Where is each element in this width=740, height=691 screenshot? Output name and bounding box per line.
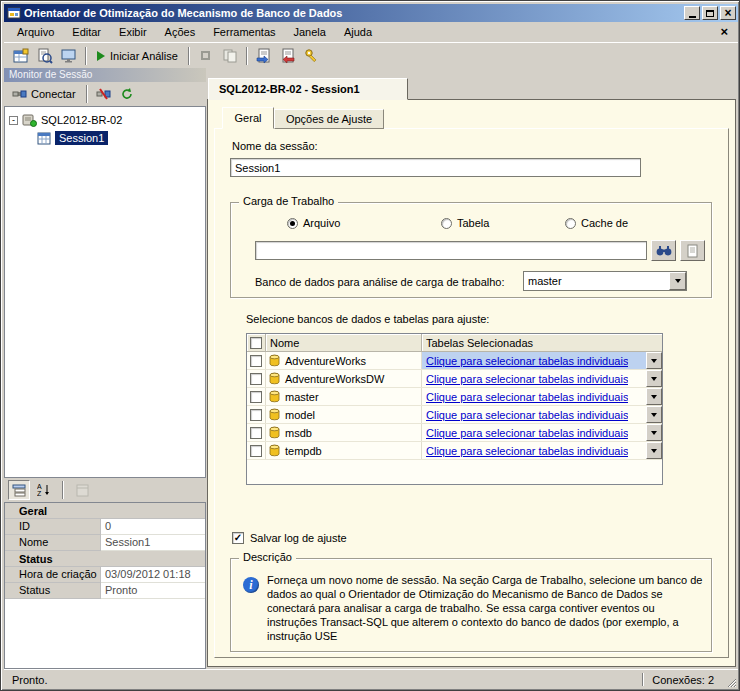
combobox-dropdown-button[interactable] bbox=[669, 272, 686, 290]
row-dropdown-button[interactable] bbox=[646, 370, 662, 387]
tab-opcoes-de-ajuste[interactable]: Opções de Ajuste bbox=[274, 109, 384, 129]
clone-session-button[interactable] bbox=[218, 45, 242, 67]
workload-file-input[interactable] bbox=[255, 241, 647, 260]
document-close-icon[interactable]: × bbox=[720, 24, 728, 39]
resize-grip[interactable] bbox=[724, 675, 737, 688]
collapse-icon[interactable]: - bbox=[9, 116, 18, 125]
column-nome[interactable]: Nome bbox=[266, 334, 422, 352]
select-tables-link[interactable]: Clique para selecionar tabelas individua… bbox=[426, 355, 628, 367]
table-row[interactable]: AdventureWorksDW Clique para selecionar … bbox=[247, 370, 662, 388]
row-checkbox[interactable] bbox=[250, 445, 262, 457]
table-header: Nome Tabelas Selecionadas bbox=[247, 334, 662, 352]
radio-cache[interactable]: Cache de bbox=[565, 217, 628, 229]
browse-file-button[interactable] bbox=[651, 240, 676, 261]
title-bar: Orientador de Otimização do Mecanismo de… bbox=[4, 4, 738, 22]
disconnect-button[interactable] bbox=[93, 84, 115, 104]
connect-button[interactable]: Conectar bbox=[7, 85, 81, 103]
menu-editar[interactable]: Editar bbox=[63, 24, 110, 40]
database-name: tempdb bbox=[285, 445, 322, 457]
column-tabelas-selecionadas[interactable]: Tabelas Selecionadas bbox=[422, 334, 662, 352]
monitor-button[interactable] bbox=[57, 45, 81, 67]
maximize-button[interactable] bbox=[702, 6, 718, 20]
select-tables-link[interactable]: Clique para selecionar tabelas individua… bbox=[426, 409, 628, 421]
session-monitor-panel: Monitor de Sessão Conectar - SQL2012-BR-… bbox=[4, 68, 206, 669]
select-tables-link[interactable]: Clique para selecionar tabelas individua… bbox=[426, 445, 628, 457]
close-button[interactable]: × bbox=[720, 6, 736, 20]
row-checkbox[interactable] bbox=[250, 355, 262, 367]
close-icon: × bbox=[724, 8, 731, 18]
database-analysis-label: Banco de dados para análise de carga de … bbox=[255, 276, 505, 288]
row-checkbox[interactable] bbox=[250, 391, 262, 403]
tree-item-server[interactable]: - SQL2012-BR-02 bbox=[5, 111, 205, 129]
database-combobox[interactable]: master bbox=[523, 271, 687, 291]
alphabetical-sort-button[interactable]: AZ bbox=[33, 480, 55, 500]
property-category[interactable]: Status bbox=[5, 551, 205, 567]
radio-icon bbox=[565, 218, 576, 229]
view-file-button[interactable] bbox=[680, 240, 705, 261]
row-dropdown-button[interactable] bbox=[646, 424, 662, 441]
select-all-checkbox[interactable] bbox=[250, 337, 262, 349]
row-dropdown-button[interactable] bbox=[646, 442, 662, 459]
property-row[interactable]: Hora de criação 03/09/2012 01:18 bbox=[5, 567, 205, 583]
menu-acoes[interactable]: Ações bbox=[156, 24, 205, 40]
tuning-options-button[interactable] bbox=[300, 45, 324, 67]
menu-ferramentas[interactable]: Ferramentas bbox=[204, 24, 284, 40]
start-analysis-button[interactable]: Iniciar Análise bbox=[91, 45, 184, 67]
refresh-button[interactable] bbox=[116, 84, 138, 104]
property-label: Hora de criação bbox=[5, 567, 101, 583]
status-bar: Pronto. Conexões: 2 bbox=[4, 669, 738, 689]
connect-icon bbox=[12, 87, 27, 101]
select-tables-link[interactable]: Clique para selecionar tabelas individua… bbox=[426, 391, 628, 403]
property-label: Nome bbox=[5, 535, 101, 551]
property-row[interactable]: ID 0 bbox=[5, 519, 205, 535]
app-icon bbox=[7, 6, 21, 20]
radio-arquivo[interactable]: Arquivo bbox=[287, 217, 340, 229]
header-checkbox-cell[interactable] bbox=[247, 334, 266, 352]
stop-analysis-button[interactable] bbox=[194, 45, 218, 67]
export-results-button[interactable] bbox=[276, 45, 300, 67]
select-tables-link[interactable]: Clique para selecionar tabelas individua… bbox=[426, 427, 628, 439]
database-icon bbox=[268, 390, 281, 403]
property-row[interactable]: Status Pronto bbox=[5, 583, 205, 599]
select-tables-cell: Clique para selecionar tabelas individua… bbox=[422, 370, 662, 387]
property-label: ID bbox=[5, 519, 101, 535]
row-checkbox[interactable] bbox=[250, 373, 262, 385]
table-row[interactable]: model Clique para selecionar tabelas ind… bbox=[247, 406, 662, 424]
tree-item-session[interactable]: Session1 bbox=[5, 129, 205, 147]
database-combobox-value: master bbox=[524, 275, 669, 287]
row-checkbox[interactable] bbox=[250, 427, 262, 439]
save-log-checkbox-row[interactable]: ✓ Salvar log de ajuste bbox=[232, 532, 347, 544]
row-dropdown-button[interactable] bbox=[646, 406, 662, 423]
session-name-input[interactable] bbox=[230, 158, 641, 177]
menu-arquivo[interactable]: Arquivo bbox=[8, 24, 63, 40]
select-tables-link[interactable]: Clique para selecionar tabelas individua… bbox=[426, 373, 628, 385]
toolbar-separator bbox=[85, 47, 87, 65]
session-document-tab[interactable]: SQL2012-BR-02 - Session1 bbox=[208, 78, 408, 100]
import-options-button[interactable] bbox=[252, 45, 276, 67]
workload-group-title: Carga de Trabalho bbox=[239, 195, 338, 207]
new-session-button[interactable] bbox=[9, 45, 33, 67]
open-workload-button[interactable] bbox=[33, 45, 57, 67]
table-row[interactable]: AdventureWorks Clique para selecionar ta… bbox=[247, 352, 662, 370]
property-pages-button[interactable] bbox=[71, 480, 93, 500]
row-dropdown-button[interactable] bbox=[646, 388, 662, 405]
table-row[interactable]: msdb Clique para selecionar tabelas indi… bbox=[247, 424, 662, 442]
tab-geral[interactable]: Geral bbox=[222, 107, 274, 129]
menu-ajuda[interactable]: Ajuda bbox=[335, 24, 381, 40]
row-checkbox[interactable] bbox=[250, 409, 262, 421]
row-dropdown-button[interactable] bbox=[646, 352, 662, 369]
minimize-button[interactable] bbox=[684, 6, 700, 20]
menu-janela[interactable]: Janela bbox=[285, 24, 335, 40]
table-row[interactable]: master Clique para selecionar tabelas in… bbox=[247, 388, 662, 406]
save-log-checkbox[interactable]: ✓ bbox=[232, 532, 244, 544]
radio-tabela[interactable]: Tabela bbox=[441, 217, 489, 229]
menu-exibir[interactable]: Exibir bbox=[110, 24, 156, 40]
svg-text:A: A bbox=[37, 483, 42, 490]
save-log-label: Salvar log de ajuste bbox=[250, 532, 347, 544]
categorized-view-button[interactable] bbox=[8, 480, 30, 500]
property-row[interactable]: Nome Session1 bbox=[5, 535, 205, 551]
table-row[interactable]: tempdb Clique para selecionar tabelas in… bbox=[247, 442, 662, 460]
description-group: Descrição i Forneça um novo nome de sess… bbox=[230, 558, 712, 652]
property-category[interactable]: Geral bbox=[5, 503, 205, 519]
property-value: Pronto bbox=[101, 583, 205, 599]
